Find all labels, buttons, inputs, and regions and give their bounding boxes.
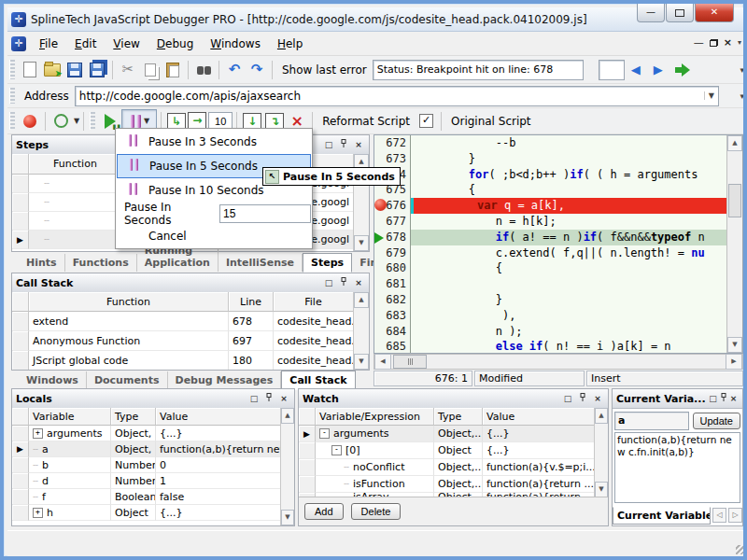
- float-icon[interactable]: □: [708, 394, 718, 403]
- mdi-minimize-button[interactable]: —: [694, 36, 704, 49]
- table-row[interactable]: ┄dNumber1: [12, 473, 281, 489]
- scroll-up-icon[interactable]: ▲: [595, 408, 608, 424]
- tab-functions[interactable]: Functions: [65, 254, 137, 272]
- watch-scrollbar[interactable]: ▲ ▼: [594, 408, 608, 497]
- close-button[interactable]: ✕: [695, 4, 734, 22]
- column-header-value[interactable]: Value: [156, 408, 281, 426]
- table-row[interactable]: ▶┄aObject, (function(a,b){return new c.: [12, 441, 281, 457]
- scrollbar-thumb[interactable]: [728, 184, 741, 217]
- menu-item-file[interactable]: File: [31, 35, 66, 53]
- chevron-down-icon[interactable]: ▼: [704, 91, 718, 100]
- save-all-icon[interactable]: [86, 59, 108, 81]
- clear-breakpoints-icon[interactable]: [49, 110, 72, 133]
- reformat-script-checkbox[interactable]: ✓: [419, 114, 433, 128]
- locals-scrollbar[interactable]: ▲ ▼: [280, 408, 294, 525]
- float-icon[interactable]: □: [322, 278, 335, 287]
- table-row[interactable]: ┄isFunctionObject,...function(a){return …: [299, 476, 595, 493]
- undo-icon[interactable]: ↶: [223, 59, 246, 81]
- editor-horizontal-scrollbar[interactable]: ◀ ▶: [374, 354, 743, 370]
- pin-icon[interactable]: [337, 139, 350, 150]
- find-icon[interactable]: [192, 59, 215, 81]
- toolbar-overflow-icon[interactable]: ▾: [740, 91, 744, 101]
- menu-item-edit[interactable]: Edit: [66, 35, 105, 53]
- paste-icon[interactable]: [162, 59, 184, 81]
- table-row[interactable]: JScript global code180codesite_head.pack…: [12, 351, 354, 370]
- menu-item-pause-in-seconds[interactable]: Pause In Seconds: [117, 203, 311, 225]
- close-icon[interactable]: ×: [352, 278, 365, 287]
- toolbar-grip[interactable]: [9, 60, 15, 78]
- table-row[interactable]: ┄bNumber0: [12, 457, 281, 473]
- new-file-icon[interactable]: [19, 59, 41, 81]
- column-header-value[interactable]: Value: [483, 408, 595, 426]
- scroll-down-icon[interactable]: ▼: [281, 510, 294, 525]
- open-file-icon[interactable]: ➤: [41, 59, 63, 81]
- pause-seconds-input[interactable]: [219, 204, 311, 223]
- close-icon[interactable]: ×: [728, 394, 739, 403]
- resize-grip[interactable]: [736, 545, 745, 554]
- column-header-function[interactable]: Function: [29, 154, 122, 175]
- float-icon[interactable]: □: [561, 394, 574, 403]
- float-icon[interactable]: □: [247, 394, 261, 403]
- breakpoint-icon[interactable]: [374, 199, 387, 211]
- toolbar-overflow-icon[interactable]: ▾: [740, 65, 744, 75]
- maximize-button[interactable]: [666, 4, 694, 22]
- cut-icon[interactable]: ✂: [117, 59, 139, 81]
- column-header-file[interactable]: File: [274, 292, 354, 312]
- minimize-button[interactable]: —: [637, 4, 665, 22]
- scroll-up-icon[interactable]: ▲: [727, 135, 742, 151]
- scroll-down-icon[interactable]: ▼: [354, 354, 369, 370]
- copy-icon[interactable]: [139, 59, 162, 81]
- menu-item-windows[interactable]: Windows: [202, 35, 269, 53]
- menu-item-help[interactable]: Help: [269, 35, 311, 53]
- column-header-type[interactable]: Type: [434, 408, 483, 426]
- expander-icon[interactable]: -: [331, 445, 342, 455]
- table-row[interactable]: ┄fBooleanfalse: [12, 489, 281, 505]
- expander-icon[interactable]: +: [33, 428, 43, 439]
- save-icon[interactable]: [63, 59, 86, 81]
- menu-item-debug[interactable]: Debug: [148, 35, 202, 53]
- column-header-variable[interactable]: Variable: [29, 408, 111, 426]
- table-row[interactable]: -[0]Object{...}: [299, 442, 595, 459]
- tab-debug-messages[interactable]: Debug Messages: [168, 371, 282, 389]
- column-header-line[interactable]: Line: [229, 292, 274, 312]
- breakpoint-icon[interactable]: [19, 110, 41, 133]
- table-row[interactable]: ┄noConflictObject,...function(a){v.$=p;i…: [299, 459, 595, 476]
- redo-icon[interactable]: ↷: [246, 59, 268, 81]
- callstack-scrollbar[interactable]: ▲ ▼: [353, 292, 369, 370]
- column-header-variable-expression[interactable]: Variable/Expression: [316, 408, 434, 426]
- original-script-button[interactable]: Original Script: [445, 115, 537, 128]
- tab-scroll-left-icon[interactable]: ◁: [712, 508, 726, 523]
- column-header-type[interactable]: Type: [111, 408, 156, 426]
- table-row[interactable]: Anonymous Function697codesite_head.pack.: [12, 331, 354, 351]
- delete-button[interactable]: Delete: [351, 503, 402, 520]
- menu-item-view[interactable]: View: [105, 35, 148, 53]
- chevron-down-icon[interactable]: ▼: [74, 117, 79, 125]
- pin-icon[interactable]: [576, 393, 589, 404]
- tab-documents[interactable]: Documents: [87, 371, 168, 389]
- scroll-down-icon[interactable]: ▼: [727, 337, 742, 353]
- pin-icon[interactable]: [718, 393, 728, 404]
- tab-hints[interactable]: Hints: [19, 254, 65, 272]
- run-icon[interactable]: [675, 63, 690, 77]
- table-row[interactable]: +hObject{...}: [12, 505, 281, 521]
- pin-icon[interactable]: [262, 393, 275, 404]
- mdi-restore-button[interactable]: [710, 39, 718, 47]
- scroll-right-icon[interactable]: ▶: [726, 354, 742, 370]
- scroll-up-icon[interactable]: ▲: [354, 292, 369, 308]
- tab-windows[interactable]: Windows: [19, 371, 87, 389]
- scroll-down-icon[interactable]: ▼: [354, 235, 369, 251]
- forward-icon[interactable]: ▶: [647, 59, 669, 81]
- code-editor[interactable]: 672 --b673 }674 for( ;b<d;b++ )if( ( h =…: [374, 134, 743, 354]
- close-icon[interactable]: ×: [277, 394, 290, 403]
- toolbar-overflow-icon[interactable]: ▾: [738, 38, 741, 47]
- pin-icon[interactable]: [337, 277, 350, 288]
- close-icon[interactable]: ×: [352, 140, 365, 149]
- toolbar-grip[interactable]: [9, 112, 15, 130]
- address-combo[interactable]: http://code.google.com/apis/ajaxsearch ▼: [75, 86, 719, 106]
- float-icon[interactable]: □: [322, 140, 335, 149]
- scrollbar-thumb[interactable]: [393, 355, 427, 369]
- variable-name-field[interactable]: a: [614, 412, 689, 430]
- toolbar-grip[interactable]: [9, 88, 15, 105]
- scroll-left-icon[interactable]: ◀: [374, 354, 391, 370]
- menu-item-pause-in-3-seconds[interactable]: Pause In 3 Seconds: [117, 130, 311, 154]
